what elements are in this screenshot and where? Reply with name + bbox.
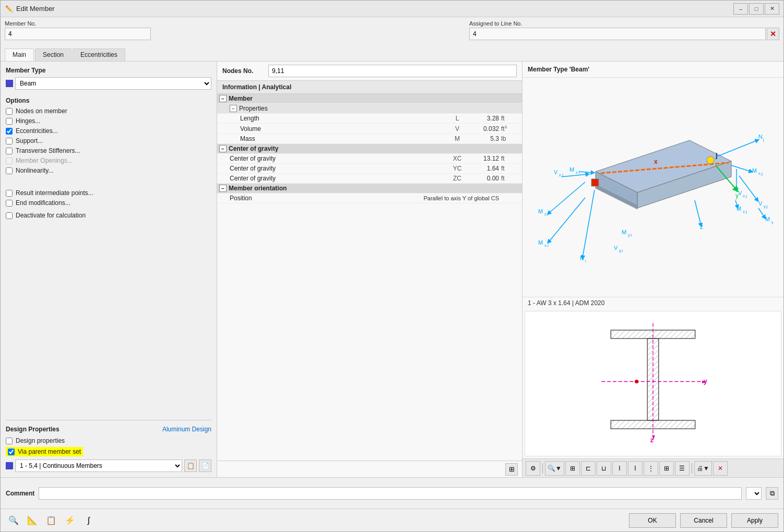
aluminum-design-link[interactable]: Aluminum Design — [162, 426, 211, 433]
mass-label: Mass — [240, 135, 447, 142]
search-icon-button[interactable]: 🔍 — [6, 513, 21, 528]
vyi-label: V — [614, 245, 618, 251]
i-beam2-tool[interactable]: I — [628, 461, 643, 476]
comment-copy-button[interactable]: ⧉ — [766, 487, 778, 500]
end-modifications-checkbox[interactable] — [6, 200, 13, 207]
mzi2-label: M — [569, 166, 574, 173]
right-panel: Member Type 'Beam' — [522, 62, 783, 477]
member-toggle[interactable]: − — [219, 95, 227, 102]
maximize-button[interactable]: □ — [749, 3, 764, 15]
checkbox-deactivate[interactable]: Deactivate for calculation — [6, 212, 211, 219]
checkbox-nodes-on-member[interactable]: Nodes on member — [6, 107, 211, 115]
measure-icon-button[interactable]: 📐 — [25, 513, 40, 528]
length-label: Length — [240, 115, 447, 122]
support-checkbox[interactable] — [6, 138, 13, 144]
nodes-on-member-label: Nodes on member — [16, 107, 67, 115]
member-set-edit-button[interactable]: 📋 — [184, 460, 197, 472]
deactivate-label: Deactivate for calculation — [16, 212, 86, 219]
member-type-dropdown[interactable]: Beam — [15, 77, 211, 90]
apply-button[interactable]: Apply — [731, 513, 778, 528]
tab-section[interactable]: Section — [35, 49, 72, 61]
minimize-button[interactable]: – — [733, 3, 748, 15]
ok-button[interactable]: OK — [629, 513, 676, 528]
result-intermediate-label: Result intermediate points... — [16, 189, 93, 197]
member-no-input[interactable] — [5, 28, 151, 40]
nodes-on-member-checkbox[interactable] — [6, 108, 13, 115]
checkbox-nonlinearity[interactable]: Nonlinearity... — [6, 167, 211, 174]
assigned-input[interactable] — [469, 28, 766, 40]
tree-mass-row: Mass M 5.3 lb — [217, 134, 522, 144]
design-props-checkbox[interactable] — [6, 438, 13, 444]
print-tool[interactable]: 🖨▼ — [694, 461, 712, 476]
via-parent-checkbox[interactable] — [8, 449, 15, 455]
svg-line-26 — [583, 190, 595, 258]
tree-cog-xc-row: Center of gravity XC 13.12 ft — [217, 154, 522, 164]
member-set-dropdown[interactable]: 1 - 5,4 | Continuous Members — [15, 460, 182, 472]
cog-toggle[interactable]: − — [219, 145, 227, 152]
vzj-label: V — [738, 190, 742, 196]
middle-footer: ⊞ — [217, 461, 522, 477]
tab-eccentricities[interactable]: Eccentricities — [73, 49, 125, 61]
reset-tool-button[interactable]: ✕ — [713, 461, 728, 476]
grid-tool[interactable]: ⋮ — [644, 461, 658, 476]
checkbox-result-intermediate[interactable]: Result intermediate points... — [6, 189, 211, 197]
columns-tool[interactable]: ☰ — [675, 461, 690, 476]
mxi-label: M — [538, 239, 543, 246]
checkbox-eccentricities[interactable]: Eccentricities... — [6, 127, 211, 135]
cancel-button[interactable]: Cancel — [680, 513, 727, 528]
options-section: Options Nodes on member Hinges... Eccent… — [6, 97, 211, 177]
svg-text:x,i: x,i — [544, 243, 549, 248]
volume-code: V — [447, 125, 468, 132]
comment-dropdown[interactable] — [746, 487, 762, 500]
options-label: Options — [6, 97, 211, 104]
checkbox-support[interactable]: Support... — [6, 137, 211, 144]
svg-text:y,j: y,j — [771, 220, 773, 224]
svg-line-18 — [758, 208, 765, 217]
table-icon-button[interactable]: ⊞ — [505, 463, 518, 476]
svg-line-32 — [579, 172, 593, 173]
section-info-label: 1 - AW 3 x 1.64 | ADM 2020 — [522, 297, 783, 309]
tab-main[interactable]: Main — [5, 49, 34, 61]
orientation-toggle[interactable]: − — [219, 185, 227, 192]
deactivate-checkbox[interactable] — [6, 212, 13, 219]
cross-section-svg: y z — [596, 316, 710, 452]
myj-label: M — [765, 216, 770, 222]
properties-toggle[interactable]: − — [230, 105, 237, 112]
comment-input[interactable] — [39, 487, 742, 500]
checkbox-design-props[interactable]: Design properties — [6, 437, 211, 444]
assigned-clear-button[interactable]: ✕ — [767, 28, 779, 40]
cog-label: Center of gravity — [229, 145, 520, 152]
tree-orientation-row[interactable]: − Member orientation — [217, 184, 522, 194]
checkbox-transverse-stiffeners[interactable]: Transverse Stiffeners... — [6, 147, 211, 154]
close-button[interactable]: ✕ — [765, 3, 779, 15]
checkbox-end-modifications[interactable]: End modifications... — [6, 199, 211, 207]
comment-row: Comment ⧉ — [1, 478, 783, 509]
nodes-no-row: Nodes No. — [217, 62, 522, 81]
transverse-stiffeners-checkbox[interactable] — [6, 148, 13, 154]
hinges-checkbox[interactable] — [6, 118, 13, 125]
section-detail-tool[interactable]: ⊔ — [597, 461, 611, 476]
lightning-icon-button[interactable]: ⚡ — [62, 513, 78, 528]
cog-zc-value: 0.00 — [468, 175, 499, 182]
tree-properties-row[interactable]: − Properties — [217, 104, 522, 114]
volume-value: 0.032 — [468, 125, 499, 132]
settings-tool-button[interactable]: ⚙ — [526, 461, 540, 476]
checkbox-via-parent[interactable]: Via parent member set — [6, 447, 211, 456]
design-props-label: Design properties — [16, 437, 65, 444]
checkbox-hinges[interactable]: Hinges... — [6, 117, 211, 125]
view-tool[interactable]: 🔍▼ — [545, 461, 564, 476]
formula-icon-button[interactable]: ∫ — [81, 513, 97, 528]
tree-cog-row[interactable]: − Center of gravity — [217, 144, 522, 154]
nodes-no-input[interactable] — [268, 65, 517, 77]
result-intermediate-checkbox[interactable] — [6, 190, 13, 197]
tree-member-row[interactable]: − Member — [217, 94, 522, 104]
eccentricities-checkbox[interactable] — [6, 128, 13, 135]
table2-tool[interactable]: ⊞ — [659, 461, 674, 476]
i-beam-tool[interactable]: I — [612, 461, 627, 476]
member-set-new-button[interactable]: 📄 — [199, 460, 211, 472]
nonlinearity-checkbox[interactable] — [6, 167, 13, 174]
cross-section-tool[interactable]: ⊏ — [581, 461, 596, 476]
copy-icon-button[interactable]: 📋 — [43, 513, 59, 528]
table-tool-button[interactable]: ⊞ — [565, 461, 580, 476]
tree-position-row: Position Parallel to axis Y of global CS — [217, 194, 522, 203]
